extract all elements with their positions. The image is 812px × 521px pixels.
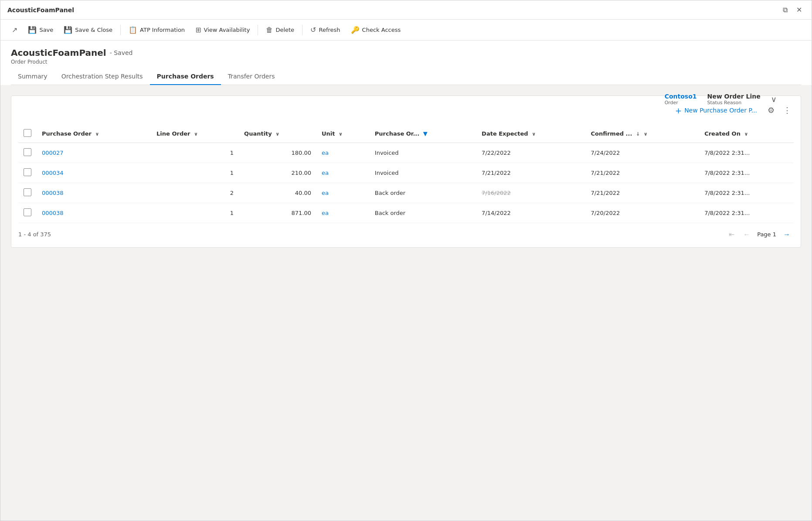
header-expand-icon[interactable]: ∨ [771, 95, 777, 104]
order-field: Contoso1 Order [665, 93, 697, 106]
checkbox-header [18, 125, 37, 143]
delete-button[interactable]: 🗑 Delete [262, 23, 299, 37]
col-created-on[interactable]: Created On ∨ [699, 125, 794, 143]
atp-info-label: ATP Information [140, 27, 185, 33]
save-close-icon: 💾 [64, 26, 72, 34]
row-quantity-1: 210.00 [239, 163, 316, 183]
row-unit-2[interactable]: ea [316, 183, 370, 203]
row-created-on-1: 7/8/2022 2:31... [699, 163, 794, 183]
record-header: AcousticFoamPanel - Saved Order Product … [0, 41, 812, 85]
col-quantity[interactable]: Quantity ∨ [239, 125, 316, 143]
quantity-sort-icon: ∨ [275, 131, 279, 137]
row-date-expected-3: 7/14/2022 [476, 203, 585, 223]
row-purchase-order-3[interactable]: 000038 [37, 203, 151, 223]
tab-transfer-orders[interactable]: Transfer Orders [221, 68, 282, 85]
tab-summary[interactable]: Summary [11, 68, 54, 85]
separator-3 [302, 25, 302, 35]
row-date-expected-2: 7/16/2022 [476, 183, 585, 203]
atp-info-button[interactable]: 📋 ATP Information [124, 23, 189, 37]
view-availability-icon: ⊞ [195, 26, 201, 34]
row-line-order-1: 1 [151, 163, 239, 183]
close-button[interactable]: ✕ [794, 6, 805, 14]
row-purchase-order-2[interactable]: 000038 [37, 183, 151, 203]
row-purchase-status-2: Back order [370, 183, 476, 203]
save-close-label: Save & Close [75, 27, 112, 33]
separator-2 [258, 25, 258, 35]
date-expected-sort-icon: ∨ [532, 131, 536, 137]
col-unit[interactable]: Unit ∨ [316, 125, 370, 143]
open-new-window-icon: ↗ [12, 26, 17, 34]
row-line-order-2: 2 [151, 183, 239, 203]
row-confirmed-2: 7/21/2022 [586, 183, 700, 203]
confirmed-sort-icon: ↓ [636, 131, 640, 137]
record-title-row: AcousticFoamPanel - Saved [11, 48, 801, 58]
row-line-order-0: 1 [151, 143, 239, 163]
row-created-on-2: 7/8/2022 2:31... [699, 183, 794, 203]
row-checkbox-3[interactable] [18, 203, 37, 223]
separator-1 [120, 25, 121, 35]
prev-page-button[interactable]: ← [740, 229, 754, 240]
row-checkbox-1[interactable] [18, 163, 37, 183]
save-icon: 💾 [28, 26, 37, 34]
record-subtitle: Order Product [11, 59, 801, 65]
open-new-window-button[interactable]: ↗ [7, 23, 22, 37]
row-purchase-status-3: Back order [370, 203, 476, 223]
grid-more-button[interactable]: ⋮ [781, 103, 794, 118]
row-created-on-0: 7/8/2022 2:31... [699, 143, 794, 163]
view-availability-button[interactable]: ⊞ View Availability [191, 23, 254, 37]
row-purchase-status-0: Invoiced [370, 143, 476, 163]
row-unit-1[interactable]: ea [316, 163, 370, 183]
pagination: 1 - 4 of 375 ⇤ ← Page 1 → [18, 223, 794, 240]
window-controls: ⧉ ✕ [780, 6, 805, 14]
order-value[interactable]: Contoso1 [665, 93, 697, 100]
view-availability-label: View Availability [204, 27, 250, 33]
row-confirmed-0: 7/24/2022 [586, 143, 700, 163]
col-purchase-order[interactable]: Purchase Order ∨ [37, 125, 151, 143]
row-unit-0[interactable]: ea [316, 143, 370, 163]
save-button[interactable]: 💾 Save [24, 23, 58, 37]
row-purchase-order-0[interactable]: 000027 [37, 143, 151, 163]
row-confirmed-1: 7/21/2022 [586, 163, 700, 183]
tab-orchestration[interactable]: Orchestration Step Results [54, 68, 150, 85]
purchase-status-filter-icon: ▼ [423, 130, 428, 137]
status-reason-field: New Order Line Status Reason [707, 93, 761, 106]
row-checkbox-2[interactable] [18, 183, 37, 203]
row-quantity-3: 871.00 [239, 203, 316, 223]
refresh-button[interactable]: ↺ Refresh [306, 23, 345, 37]
col-line-order[interactable]: Line Order ∨ [151, 125, 239, 143]
purchase-order-sort-icon: ∨ [95, 131, 99, 137]
table-header-row: Purchase Order ∨ Line Order ∨ Quantity ∨ [18, 125, 794, 143]
refresh-icon: ↺ [310, 26, 316, 34]
tab-purchase-orders[interactable]: Purchase Orders [150, 68, 221, 85]
row-line-order-3: 1 [151, 203, 239, 223]
check-access-button[interactable]: 🔑 Check Access [347, 23, 405, 37]
save-close-button[interactable]: 💾 Save & Close [59, 23, 117, 37]
confirmed-sort-icon2: ∨ [644, 131, 648, 137]
next-page-button[interactable]: → [780, 229, 794, 240]
table-row: 000038 1 871.00 ea Back order 7/14/2022 … [18, 203, 794, 223]
row-checkbox-0[interactable] [18, 143, 37, 163]
unit-sort-icon: ∨ [339, 131, 343, 137]
title-bar: AcousticFoamPanel ⧉ ✕ [0, 0, 812, 20]
refresh-label: Refresh [319, 27, 340, 33]
restore-button[interactable]: ⧉ [780, 6, 790, 14]
row-created-on-3: 7/8/2022 2:31... [699, 203, 794, 223]
main-content: + New Purchase Order P... ⚙ ⋮ [0, 85, 812, 521]
more-icon: ⋮ [783, 106, 791, 115]
row-purchase-order-1[interactable]: 000034 [37, 163, 151, 183]
new-purchase-order-label: New Purchase Order P... [684, 107, 757, 114]
col-purchase-status[interactable]: Purchase Or... ▼ [370, 125, 476, 143]
row-quantity-2: 40.00 [239, 183, 316, 203]
pagination-controls: ⇤ ← Page 1 → [725, 228, 794, 240]
col-confirmed[interactable]: Confirmed ... ↓ ∨ [586, 125, 700, 143]
row-date-expected-1: 7/21/2022 [476, 163, 585, 183]
line-order-sort-icon: ∨ [194, 131, 198, 137]
app-window: AcousticFoamPanel ⧉ ✕ ↗ 💾 Save 💾 Save & … [0, 0, 812, 521]
pagination-range: 1 - 4 of 375 [18, 231, 51, 238]
check-access-label: Check Access [362, 27, 401, 33]
atp-info-icon: 📋 [129, 26, 137, 34]
status-reason-label: Status Reason [707, 100, 761, 106]
row-unit-3[interactable]: ea [316, 203, 370, 223]
col-date-expected[interactable]: Date Expected ∨ [476, 125, 585, 143]
first-page-button[interactable]: ⇤ [725, 228, 738, 240]
